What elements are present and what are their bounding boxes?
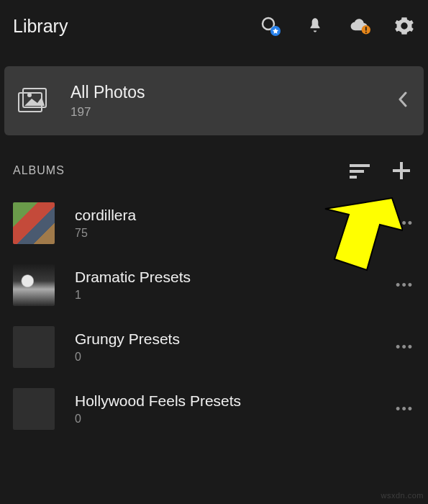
header-icon-group [260,15,415,37]
app-header: Library [0,0,428,52]
cloud-alert-icon[interactable] [349,15,370,37]
album-name: cordillera [75,207,136,224]
page-title: Library [13,16,68,37]
album-thumbnail [13,326,55,368]
more-icon[interactable]: ••• [396,278,414,293]
album-count: 1 [75,289,191,302]
watermark: wsxdn.com [381,491,424,500]
album-row[interactable]: Grungy Presets 0 ••• [0,316,428,378]
album-name: Dramatic Presets [75,269,191,286]
more-icon[interactable]: ••• [396,216,414,231]
albums-section-header: ALBUMS [0,160,428,181]
all-photos-count: 197 [70,105,145,120]
svg-rect-5 [365,32,367,33]
album-text: Hollywood Feels Presets 0 [75,392,241,426]
search-icon[interactable] [260,15,281,37]
album-row[interactable]: cordillera 75 ••• [0,192,428,254]
more-icon[interactable]: ••• [396,340,414,355]
bell-icon[interactable] [304,15,326,37]
svg-rect-9 [350,164,370,167]
gear-icon[interactable] [393,15,415,37]
album-count: 0 [75,413,241,426]
album-row[interactable]: Dramatic Presets 1 ••• [0,254,428,316]
all-photos-icon [17,87,50,114]
albums-label: ALBUMS [13,164,65,177]
album-name: Grungy Presets [75,330,180,348]
albums-list: cordillera 75 ••• Dramatic Presets 1 •••… [0,192,428,440]
svg-rect-13 [393,169,410,172]
all-photos-title: All Photos [70,83,145,102]
chevron-left-icon [398,91,408,110]
album-text: cordillera 75 [75,207,136,240]
album-thumbnail [13,202,55,244]
svg-rect-11 [350,176,357,179]
all-photos-text: All Photos 197 [70,83,145,120]
album-count: 0 [75,351,180,364]
more-icon[interactable]: ••• [396,402,414,417]
album-text: Grungy Presets 0 [75,330,180,364]
album-row[interactable]: Hollywood Feels Presets 0 ••• [0,378,428,440]
album-name: Hollywood Feels Presets [75,392,241,410]
svg-rect-10 [350,170,364,173]
album-thumbnail [13,264,55,306]
album-thumbnail [13,388,55,430]
add-album-button[interactable] [391,160,412,181]
all-photos-card[interactable]: All Photos 197 [4,66,424,135]
album-count: 75 [75,227,136,240]
svg-rect-4 [365,27,367,30]
album-text: Dramatic Presets 1 [75,269,191,302]
sort-icon[interactable] [349,160,370,181]
